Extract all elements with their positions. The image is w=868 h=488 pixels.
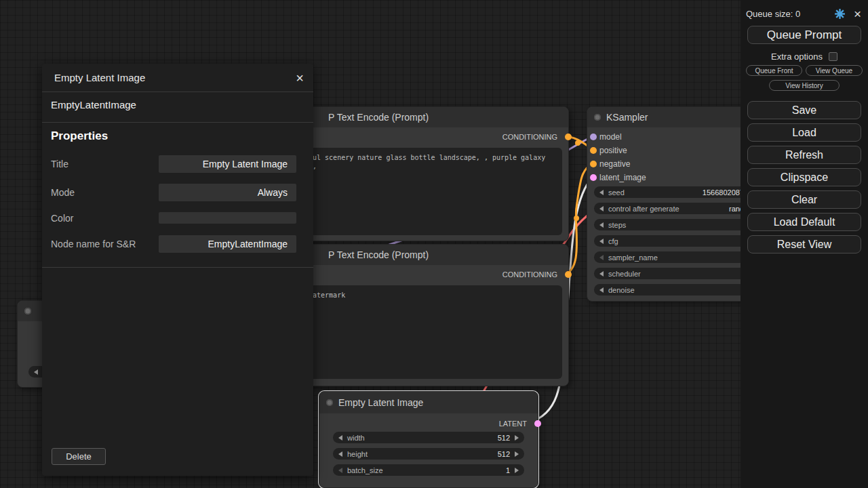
settings-gear-icon[interactable] xyxy=(834,8,846,20)
queue-front-button[interactable]: Queue Front xyxy=(746,65,802,76)
widget-steps[interactable]: steps xyxy=(594,219,758,230)
node-clip-text-encode-negative[interactable]: P Text Encode (Prompt) CONDITIONING wate… xyxy=(296,244,569,386)
node-properties-dialog: Empty Latent Image × EmptyLatentImage Pr… xyxy=(42,64,313,476)
mode-value-field[interactable]: Always xyxy=(159,184,296,201)
node-ksampler[interactable]: KSampler model positive negative latent_… xyxy=(587,106,766,302)
property-label: Node name for S&R xyxy=(51,235,136,253)
node-title: P Text Encode (Prompt) xyxy=(328,249,429,260)
widget-seed[interactable]: seed 1566802087 xyxy=(594,186,758,198)
decrement-arrow-icon[interactable] xyxy=(338,435,342,441)
increment-arrow-icon[interactable] xyxy=(515,451,519,457)
conditioning-output-dot[interactable] xyxy=(565,271,572,278)
property-row-node-name-snr: Node name for S&R EmptyLatentImage xyxy=(42,235,313,253)
node-clip-text-encode-positive[interactable]: P Text Encode (Prompt) CONDITIONING ful … xyxy=(296,106,569,241)
node-header[interactable]: P Text Encode (Prompt) xyxy=(297,107,568,127)
conditioning-output-dot[interactable] xyxy=(565,134,572,140)
node-empty-latent-image[interactable]: Empty Latent Image LATENT width 512 heig… xyxy=(319,391,538,488)
reset-view-button[interactable]: Reset View xyxy=(747,235,861,253)
extra-options-checkbox[interactable] xyxy=(829,52,837,61)
collapse-dot-icon[interactable] xyxy=(24,308,31,314)
wire-midpoint-dot xyxy=(574,216,579,221)
prompt-textarea[interactable]: watermark xyxy=(303,285,562,379)
close-icon[interactable]: × xyxy=(296,71,304,85)
divider xyxy=(42,267,313,268)
node-type-name: EmptyLatentImage xyxy=(51,99,136,110)
widget-sampler-name[interactable]: sampler_name xyxy=(594,251,758,263)
output-slot-latent: LATENT xyxy=(319,417,538,430)
decrement-arrow-icon[interactable] xyxy=(599,239,604,244)
divider xyxy=(42,122,313,123)
delete-button[interactable]: Delete xyxy=(52,448,106,465)
wire-midpoint-dot xyxy=(575,140,580,146)
close-icon[interactable]: × xyxy=(854,7,861,20)
input-slot-positive: positive xyxy=(587,144,765,157)
decrement-arrow-icon[interactable] xyxy=(338,468,342,473)
refresh-button[interactable]: Refresh xyxy=(747,146,861,164)
save-button[interactable]: Save xyxy=(747,101,861,119)
property-label: Color xyxy=(51,209,73,227)
model-input-dot[interactable] xyxy=(590,134,597,140)
widget-height[interactable]: height 512 xyxy=(333,448,524,460)
property-row-mode: Mode Always xyxy=(42,184,313,201)
widget-cfg[interactable]: cfg xyxy=(594,235,758,247)
properties-section-title: Properties xyxy=(51,129,108,143)
widget-control-after-generate[interactable]: control after generate rand xyxy=(594,203,758,214)
input-slot-label: negative xyxy=(599,159,630,169)
decrement-arrow-icon[interactable] xyxy=(599,222,604,228)
load-default-button[interactable]: Load Default xyxy=(747,213,861,231)
conditioning-input-dot[interactable] xyxy=(590,161,597,167)
node-header[interactable]: P Text Encode (Prompt) xyxy=(297,245,568,265)
extra-options-label: Extra options xyxy=(771,52,823,62)
snr-value-field[interactable]: EmptyLatentImage xyxy=(159,235,296,253)
title-value-field[interactable]: Empty Latent Image xyxy=(159,155,296,173)
input-slot-label: model xyxy=(599,132,622,142)
output-slot-label: CONDITIONING xyxy=(502,133,557,141)
increment-arrow-icon[interactable] xyxy=(515,435,519,441)
decrement-arrow-icon[interactable] xyxy=(34,369,38,375)
property-row-title: Title Empty Latent Image xyxy=(42,155,313,173)
output-slot-label: CONDITIONING xyxy=(502,270,557,279)
decrement-arrow-icon[interactable] xyxy=(599,271,604,277)
latent-output-dot[interactable] xyxy=(534,420,541,427)
node-title: Empty Latent Image xyxy=(338,397,423,408)
collapse-dot-icon[interactable] xyxy=(326,399,333,406)
decrement-arrow-icon[interactable] xyxy=(599,190,604,195)
node-title: KSampler xyxy=(606,112,648,123)
queue-prompt-button[interactable]: Queue Prompt xyxy=(747,26,861,44)
property-value: Always xyxy=(258,187,288,198)
collapse-dot-icon[interactable] xyxy=(594,114,601,121)
output-slot-label: LATENT xyxy=(499,420,527,428)
clipspace-button[interactable]: Clipspace xyxy=(747,168,861,186)
input-slot-model: model xyxy=(587,130,765,144)
decrement-arrow-icon[interactable] xyxy=(338,451,342,457)
extra-options-row: Extra options xyxy=(741,52,868,62)
clear-button[interactable]: Clear xyxy=(747,190,861,209)
widget-batch-size[interactable]: batch_size 1 xyxy=(333,464,524,476)
queue-size-label: Queue size: 0 xyxy=(746,9,800,19)
latent-input-dot[interactable] xyxy=(590,174,597,181)
color-value-field[interactable] xyxy=(159,212,296,224)
increment-arrow-icon[interactable] xyxy=(515,468,519,473)
node-header[interactable]: KSampler xyxy=(587,107,765,127)
view-queue-button[interactable]: View Queue xyxy=(806,65,863,76)
property-label: Mode xyxy=(51,184,75,201)
widget-denoise[interactable]: denoise xyxy=(594,284,758,296)
widget-width[interactable]: width 512 xyxy=(333,432,524,443)
decrement-arrow-icon[interactable] xyxy=(599,255,604,260)
decrement-arrow-icon[interactable] xyxy=(599,206,604,211)
property-value: Empty Latent Image xyxy=(203,159,288,169)
decrement-arrow-icon[interactable] xyxy=(599,287,604,293)
node-header[interactable]: Empty Latent Image xyxy=(319,392,538,413)
input-slot-negative: negative xyxy=(587,157,765,171)
prompt-textarea[interactable]: ful scenery nature glass bottle landscap… xyxy=(303,148,562,235)
property-row-color: Color xyxy=(42,209,313,227)
dialog-title: Empty Latent Image xyxy=(54,72,145,83)
load-button[interactable]: Load xyxy=(747,123,861,142)
node-graph-canvas[interactable]: P Text Encode (Prompt) CONDITIONING ful … xyxy=(0,0,868,488)
widget-scheduler[interactable]: scheduler xyxy=(594,268,758,279)
conditioning-input-dot[interactable] xyxy=(590,147,597,154)
output-slot-conditioning: CONDITIONING xyxy=(297,130,568,144)
view-history-button[interactable]: View History xyxy=(769,80,840,91)
input-slot-label: latent_image xyxy=(599,173,646,182)
output-slot-conditioning: CONDITIONING xyxy=(297,268,568,281)
